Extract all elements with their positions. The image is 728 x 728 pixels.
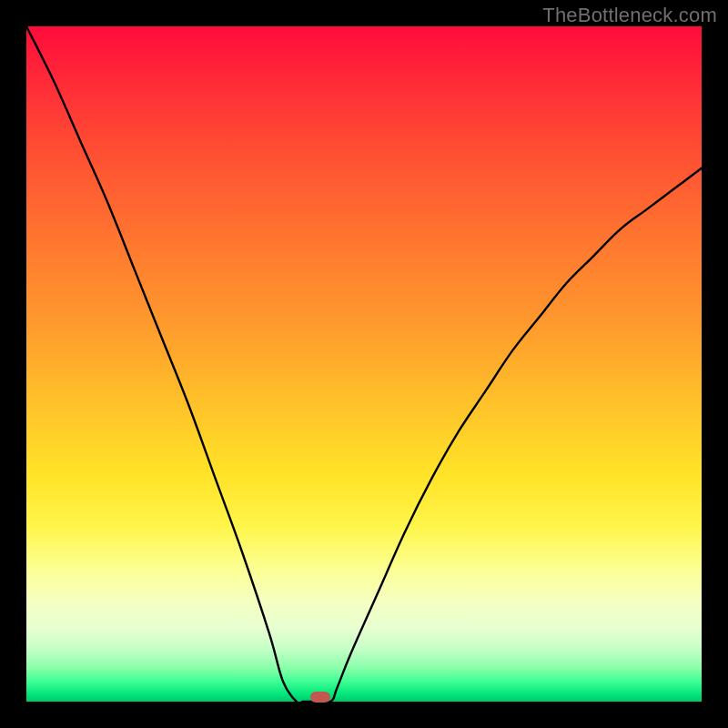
- chart-frame: TheBottleneck.com: [0, 0, 728, 728]
- optimal-point-marker: [310, 692, 330, 703]
- plot-area: [26, 26, 702, 702]
- bottleneck-curve: [26, 26, 702, 702]
- watermark-text: TheBottleneck.com: [542, 4, 717, 27]
